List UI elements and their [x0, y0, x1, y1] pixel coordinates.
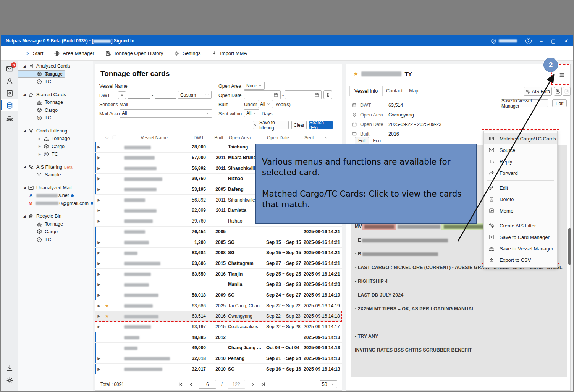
tree-item-tc[interactable]: ▶TCTC [18, 150, 93, 158]
star-icon[interactable]: ★ [353, 70, 358, 77]
menu-item-reply[interactable]: Reply [484, 156, 557, 167]
scrollbar-thumb[interactable] [568, 228, 571, 265]
senders-mail-input[interactable] [120, 100, 190, 108]
save-to-filtering-button[interactable]: Save to filtering [253, 121, 289, 129]
rail-item-contacts[interactable] [1, 75, 18, 87]
help-button[interactable]: ? [525, 38, 532, 44]
collapsed-icon[interactable]: ▶ [38, 145, 42, 148]
col-dwt[interactable]: DWT [188, 135, 210, 140]
page-size-select[interactable]: 50 [320, 380, 337, 388]
tree-section-ais-filtering[interactable]: ◢AIS FilteringBeta [18, 163, 93, 171]
tree-item-mail-account[interactable]: As.net [18, 192, 93, 200]
star-column-header[interactable]: ☆ [103, 135, 111, 140]
page-input[interactable]: 6 [199, 380, 216, 389]
filter-dropdown-icon[interactable] [324, 136, 328, 140]
table-row[interactable]: ▶63,6062015ChattagramSep 27 ~ Sep 272025… [95, 258, 342, 269]
save-to-vessel-manager-button[interactable]: Save to Vessel Manager [501, 99, 548, 107]
rail-item-card-manager[interactable] [1, 99, 18, 111]
table-row[interactable]: ▶32,0172010SGSep 16 ~ Sep 162025-09-16 1… [95, 364, 342, 374]
menu-item-memo[interactable]: Memo [484, 205, 557, 216]
menu-item-delete[interactable]: Delete [484, 194, 557, 205]
dwt-max-input[interactable] [155, 91, 176, 99]
built-select[interactable]: All [258, 100, 273, 108]
expand-icon[interactable]: ◢ [23, 129, 26, 132]
rail-item-import[interactable] [1, 362, 18, 374]
table-row[interactable]: ▶ManilaSep 23 ~ Sep 232025-09-16 14:20 [95, 279, 342, 290]
col-sent[interactable]: Sent [304, 135, 342, 140]
table-row[interactable]: 48,88520122025-09-16 14:13 [95, 332, 342, 343]
tab-map[interactable]: Map [404, 86, 423, 96]
edit-button[interactable]: Edit [552, 99, 567, 107]
tree-section-starred-cards[interactable]: ◢Starred Cards [18, 91, 93, 99]
dwt-min-input[interactable] [128, 91, 150, 99]
memo-button[interactable] [563, 87, 571, 96]
open-date-to-input[interactable] [285, 90, 322, 99]
tree-item-tc[interactable]: TCTC [18, 78, 93, 86]
expand-icon[interactable]: ◢ [23, 65, 26, 68]
menu-item-matched-cargo-tc-cards[interactable]: Matched Cargo/TC Cards [484, 133, 557, 144]
tree-item-tc[interactable]: TCTC [18, 236, 93, 244]
rail-item-cards[interactable] [1, 87, 18, 99]
collapsed-icon[interactable]: ▶ [38, 137, 42, 140]
tree-section-analyzed-cards[interactable]: ◢Analyzed Cards [18, 62, 93, 70]
open-date-from-input[interactable] [244, 90, 281, 99]
tree-item-tc[interactable]: TCTC [18, 114, 93, 122]
last-page-icon[interactable] [260, 382, 266, 387]
first-page-icon[interactable] [178, 382, 183, 387]
tree-section-unanalyzed-mail[interactable]: ◢Unanalyzed Mail [18, 184, 93, 192]
toolbar-item-settings[interactable]: Settings [174, 50, 200, 56]
menu-item-save-to-vessel-manager[interactable]: Save to Vessel Manager [484, 243, 557, 254]
tree-item-tonnage[interactable]: Tonnage [18, 220, 93, 228]
menu-item-edit[interactable]: Edit [484, 182, 557, 194]
table-row[interactable]: ▶32,0182010PenangSep 21 ~ Sep 242025-09-… [95, 353, 342, 364]
row-star[interactable]: ★ [103, 303, 111, 308]
rail-item-settings[interactable] [1, 374, 18, 386]
toolbar-item-import-mma[interactable]: Import MMA [211, 50, 247, 56]
expand-icon[interactable]: ◢ [23, 215, 26, 218]
rail-item-mail[interactable]: N [1, 63, 18, 75]
mail-account-select[interactable]: All [120, 109, 212, 118]
minimize-button[interactable]: – [540, 38, 543, 44]
check-column-header[interactable] [111, 135, 120, 141]
toolbar-item-start[interactable]: Start [24, 50, 43, 56]
tree-item-tonnage[interactable]: Tonnage [18, 98, 93, 106]
table-row[interactable]: 49,000Chang Jiang KouOct 04 ~ Oct 042025… [95, 343, 342, 353]
table-row-selected[interactable]: ▶★63,5142016GwangyangSep 22 ~ Sep 232025… [95, 311, 342, 322]
dwt-preset-select[interactable]: Custom [178, 91, 212, 99]
clear-button[interactable]: Clear [291, 121, 307, 129]
table-row[interactable]: ▶★63,6862025Tai Cang, Chang Jia...Sep 22… [95, 300, 342, 311]
tab-eco[interactable]: Eco [373, 138, 381, 144]
menu-item-source[interactable]: Source [484, 144, 557, 156]
close-button[interactable]: ✕ [564, 38, 568, 44]
expand-icon[interactable]: ◢ [23, 93, 26, 96]
menu-item-create-ais-filter[interactable]: Create AIS Filter [484, 220, 557, 231]
search-button[interactable]: Search (F5) [309, 121, 333, 129]
col-open-area[interactable]: Open Area [228, 135, 266, 140]
tree-item-sample[interactable]: Sample [18, 171, 93, 179]
tree-item-tonnage[interactable]: ▶Tonnage [18, 135, 93, 143]
tree-item-cargo[interactable]: Cargo [18, 106, 93, 115]
sent-within-select[interactable]: All [244, 109, 259, 117]
open-date-clear-button[interactable] [323, 90, 332, 99]
tree-section-cards-filtering[interactable]: ◢Cards Filtering [18, 127, 93, 135]
toolbar-item-tonnage-open-history[interactable]: Tonnage Open History [105, 50, 163, 56]
table-row[interactable]: ▶63,1972015CoatzacoalcosSep 22 ~ Sep 282… [95, 322, 342, 332]
table-row[interactable]: ▶1,2002005SGSep 15 ~ Sep 152025-09-16 14… [95, 237, 342, 248]
rail-item-vessel-manager[interactable] [1, 111, 18, 124]
expand-icon[interactable]: ◢ [23, 165, 26, 169]
expand-icon[interactable]: ◢ [23, 186, 26, 189]
menu-item-save-to-card-manager[interactable]: Save to Card Manager [484, 231, 557, 243]
open-area-select[interactable]: None [244, 82, 265, 90]
collapsed-icon[interactable]: ▶ [38, 153, 42, 156]
row-star[interactable]: ★ [103, 313, 111, 319]
table-row[interactable]: 76,45420052025-09-16 14:21 [95, 227, 342, 237]
tree-item-cargo[interactable]: ▶Cargo [18, 143, 93, 151]
menu-item-forward[interactable]: Forward [484, 167, 557, 179]
col-built[interactable]: Built [210, 135, 228, 140]
table-row[interactable]: ▶58,0182009SGSep 24 ~ Sep 272025-09-16 1… [95, 290, 342, 301]
maximize-button[interactable]: ▢ [551, 38, 556, 44]
signed-in-user[interactable] [491, 38, 517, 44]
dwt-settings-button[interactable] [118, 91, 126, 99]
table-row[interactable]: ▶63,5502016TianjinSep 25 ~ Sep 252025-09… [95, 269, 342, 279]
ais-beta-button[interactable]: AIS Beta [524, 87, 552, 96]
